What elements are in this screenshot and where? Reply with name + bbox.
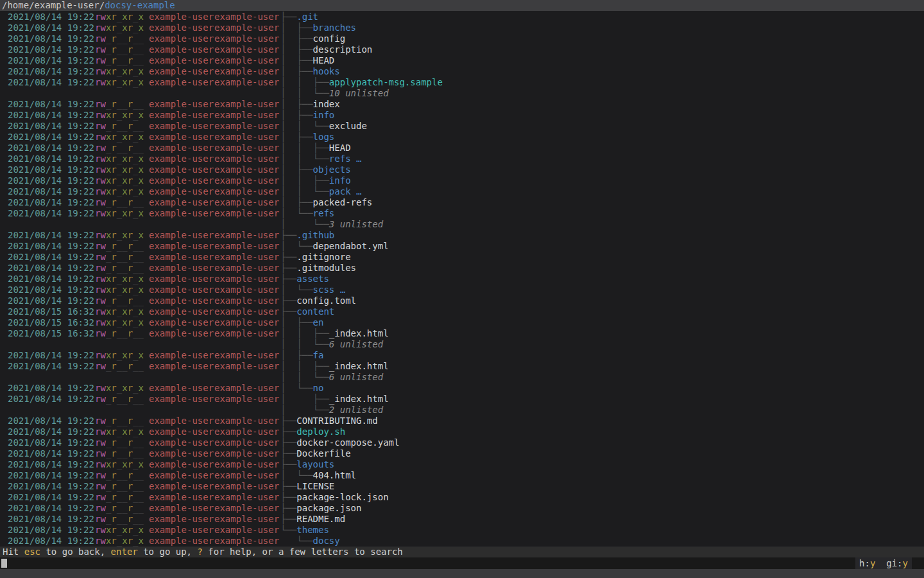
entry-name[interactable]: config.toml xyxy=(296,295,356,306)
file-row[interactable]: 2021/08/14 19:22rwxr_xr_xexample-userexa… xyxy=(0,426,924,437)
file-row[interactable]: 2021/08/14 19:22rw_r__r__example-userexa… xyxy=(0,295,924,306)
file-row[interactable]: 2021/08/14 19:22rwxr_xr_xexample-userexa… xyxy=(0,274,924,285)
entry-name[interactable]: fa xyxy=(313,350,324,360)
entry-name[interactable]: 2 unlisted xyxy=(329,405,383,415)
file-row[interactable]: 2021/08/14 19:22rwxr_xr_xexample-userexa… xyxy=(0,153,924,164)
search-input-row[interactable]: h:y gi:y xyxy=(0,557,924,569)
file-row[interactable]: 2021/08/15 16:32rw_r__r__example-userexa… xyxy=(0,328,924,339)
entry-name[interactable]: refs xyxy=(329,153,351,164)
entry-name[interactable]: 6 unlisted xyxy=(329,339,383,349)
entry-name[interactable]: _index.html xyxy=(329,361,389,371)
file-row[interactable]: 2021/08/14 19:22rwxr_xr_xexample-userexa… xyxy=(0,66,924,77)
file-row[interactable]: 2021/08/14 19:22rw_r__r__example-userexa… xyxy=(0,394,924,405)
file-row[interactable]: 2021/08/14 19:22rwxr_xr_xexample-userexa… xyxy=(0,186,924,197)
file-row[interactable]: │ │ └──10 unlisted xyxy=(0,88,924,99)
entry-name[interactable]: scss xyxy=(313,285,335,295)
entry-name[interactable]: .git xyxy=(296,12,318,22)
entry-name[interactable]: pack xyxy=(329,186,351,197)
entry-name[interactable]: _index.html xyxy=(329,328,389,338)
file-row[interactable]: 2021/08/14 19:22rw_r__r__example-userexa… xyxy=(0,416,924,426)
entry-name[interactable]: .gitmodules xyxy=(296,263,356,273)
file-row[interactable]: 2021/08/14 19:22rw_r__r__example-userexa… xyxy=(0,492,924,503)
entry-name[interactable]: docsy xyxy=(313,536,340,546)
entry-name[interactable]: config xyxy=(313,33,346,44)
entry-name[interactable]: README.md xyxy=(296,514,345,524)
entry-name[interactable]: index xyxy=(313,99,340,109)
entry-name[interactable]: dependabot.yml xyxy=(313,241,389,251)
entry-name[interactable]: branches xyxy=(313,22,356,33)
file-row[interactable]: 2021/08/14 19:22rwxr_xr_xexample-userexa… xyxy=(0,383,924,394)
file-row[interactable]: │ │ └──6 unlisted xyxy=(0,339,924,350)
file-row[interactable]: 2021/08/14 19:22rwxr_xr_xexample-userexa… xyxy=(0,285,924,295)
file-row[interactable]: 2021/08/14 19:22rwxr_xr_xexample-userexa… xyxy=(0,12,924,22)
entry-name[interactable]: objects xyxy=(313,164,351,175)
entry-name[interactable]: logs xyxy=(313,132,335,142)
file-row[interactable]: 2021/08/14 19:22rw_r__r__example-userexa… xyxy=(0,121,924,132)
entry-name[interactable]: .gitignore xyxy=(296,252,350,262)
entry-name[interactable]: package-lock.json xyxy=(296,492,388,502)
entry-name[interactable]: LICENSE xyxy=(296,481,334,491)
entry-name[interactable]: hooks xyxy=(313,66,340,76)
file-row[interactable]: 2021/08/14 19:22rw_r__r__example-userexa… xyxy=(0,33,924,44)
file-row[interactable]: │ └──2 unlisted xyxy=(0,405,924,416)
file-row[interactable]: 2021/08/14 19:22rwxr_xr_xexample-userexa… xyxy=(0,22,924,33)
file-row[interactable]: 2021/08/14 19:22rw_r__r__example-userexa… xyxy=(0,252,924,263)
file-row[interactable]: 2021/08/14 19:22rw_r__r__example-userexa… xyxy=(0,437,924,448)
file-row[interactable]: 2021/08/14 19:22rw_r__r__example-userexa… xyxy=(0,361,924,372)
file-row[interactable]: │ │ └──6 unlisted xyxy=(0,372,924,383)
file-row[interactable]: │ └──3 unlisted xyxy=(0,219,924,230)
file-row[interactable]: 2021/08/14 19:22rw_r__r__example-userexa… xyxy=(0,448,924,459)
file-row[interactable]: 2021/08/14 19:22rwxr_xr_xexample-userexa… xyxy=(0,350,924,361)
file-row[interactable]: 2021/08/14 19:22rw_r__r__example-userexa… xyxy=(0,481,924,492)
file-row[interactable]: 2021/08/14 19:22rw_r__r__example-userexa… xyxy=(0,197,924,208)
entry-name[interactable]: 6 unlisted xyxy=(329,372,383,382)
entry-name[interactable]: applypatch-msg.sample xyxy=(329,77,443,87)
file-row[interactable]: 2021/08/14 19:22rwxr_xr_xexample-userexa… xyxy=(0,459,924,470)
file-row[interactable]: 2021/08/15 16:32rwxr_xr_xexample-userexa… xyxy=(0,306,924,317)
file-row[interactable]: 2021/08/14 19:22rwxr_xr_xexample-userexa… xyxy=(0,525,924,536)
file-row[interactable]: 2021/08/15 16:32rwxr_xr_xexample-userexa… xyxy=(0,317,924,328)
file-row[interactable]: 2021/08/14 19:22rw_r__r__example-userexa… xyxy=(0,99,924,110)
entry-name[interactable]: CONTRIBUTING.md xyxy=(296,416,377,426)
entry-name[interactable]: 404.html xyxy=(313,470,356,480)
file-row[interactable]: 2021/08/14 19:22rw_r__r__example-userexa… xyxy=(0,514,924,525)
entry-name[interactable]: no xyxy=(313,383,324,393)
file-row[interactable]: 2021/08/14 19:22rw_r__r__example-userexa… xyxy=(0,55,924,66)
entry-name[interactable]: package.json xyxy=(296,503,361,513)
entry-name[interactable]: HEAD xyxy=(313,55,335,66)
file-row[interactable]: 2021/08/14 19:22rw_r__r__example-userexa… xyxy=(0,44,924,55)
entry-name[interactable]: docker-compose.yaml xyxy=(296,437,399,448)
entry-name[interactable]: info xyxy=(329,175,351,186)
group: example-user xyxy=(214,328,279,339)
entry-name[interactable]: refs xyxy=(313,208,335,218)
file-row[interactable]: 2021/08/14 19:22rwxr_xr_xexample-userexa… xyxy=(0,536,924,547)
file-row[interactable]: 2021/08/14 19:22rwxr_xr_xexample-userexa… xyxy=(0,208,924,219)
file-row[interactable]: 2021/08/14 19:22rw_r__r__example-userexa… xyxy=(0,263,924,274)
file-row[interactable]: 2021/08/14 19:22rw_r__r__example-userexa… xyxy=(0,241,924,252)
entry-name[interactable]: .github xyxy=(296,230,334,240)
file-row[interactable]: 2021/08/14 19:22rwxr_xr_xexample-userexa… xyxy=(0,132,924,143)
entry-name[interactable]: info xyxy=(313,110,335,120)
file-row[interactable]: 2021/08/14 19:22rwxr_xr_xexample-userexa… xyxy=(0,175,924,186)
entry-name[interactable]: packed-refs xyxy=(313,197,373,207)
file-row[interactable]: 2021/08/14 19:22rwxr_xr_xexample-userexa… xyxy=(0,230,924,241)
entry-name[interactable]: exclude xyxy=(329,121,367,131)
file-row[interactable]: 2021/08/14 19:22rw_r__r__example-userexa… xyxy=(0,503,924,514)
entry-name[interactable]: content xyxy=(296,306,334,317)
file-row[interactable]: 2021/08/14 19:22rw_r__r__example-userexa… xyxy=(0,143,924,153)
entry-name[interactable]: 3 unlisted xyxy=(329,219,383,229)
entry-name[interactable]: HEAD xyxy=(329,143,351,153)
file-row[interactable]: 2021/08/14 19:22rwxr_xr_xexample-userexa… xyxy=(0,110,924,121)
entry-name[interactable]: deploy.sh xyxy=(296,426,345,437)
entry-name[interactable]: description xyxy=(313,44,373,55)
file-row[interactable]: 2021/08/14 19:22rwxr_xr_xexample-userexa… xyxy=(0,77,924,88)
entry-name[interactable]: layouts xyxy=(296,459,334,469)
entry-name[interactable]: 10 unlisted xyxy=(329,88,389,98)
entry-name[interactable]: assets xyxy=(296,274,329,284)
entry-name[interactable]: themes xyxy=(296,525,329,535)
file-row[interactable]: 2021/08/14 19:22rw_r__r__example-userexa… xyxy=(0,470,924,481)
file-row[interactable]: 2021/08/14 19:22rwxr_xr_xexample-userexa… xyxy=(0,164,924,175)
entry-name[interactable]: Dockerfile xyxy=(296,448,350,459)
entry-name[interactable]: en xyxy=(313,317,324,328)
entry-name[interactable]: _index.html xyxy=(329,394,389,404)
